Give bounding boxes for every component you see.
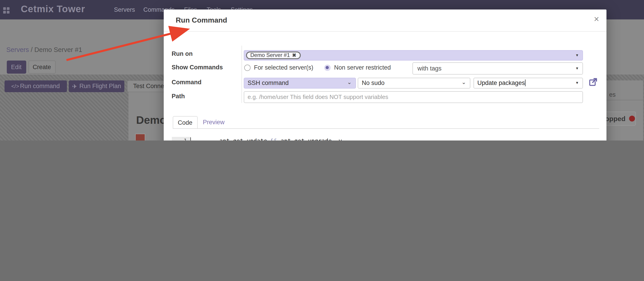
tab-code[interactable]: Code	[172, 116, 198, 128]
code-cursor	[190, 137, 191, 140]
external-link-icon[interactable]	[588, 77, 597, 87]
chevron-down-icon: ⌄	[347, 79, 355, 85]
modal-title: Run Command	[176, 16, 227, 24]
sudo-select[interactable]: No sudo ⌄	[358, 78, 470, 88]
apps-grid-icon[interactable]	[3, 7, 10, 13]
nav-item-servers[interactable]: Servers	[114, 6, 135, 13]
caret-down-icon[interactable]: ▼	[575, 53, 582, 57]
show-commands-radios: For selected server(s) Non server restri…	[244, 64, 391, 71]
breadcrumb: Servers / Demo Server #1	[6, 46, 82, 53]
run-on-label: Run on	[172, 50, 193, 57]
run-on-tags-field[interactable]: Demo Server #1 ✖ ▼	[244, 50, 583, 60]
command-autocomplete-input[interactable]: Update packages ▼	[473, 78, 583, 88]
status-stopped-dot-icon	[629, 116, 635, 122]
caret-down-icon: ▼	[575, 81, 582, 85]
code-tag-icon: </>	[11, 83, 19, 89]
close-icon[interactable]: ×	[591, 13, 602, 24]
modal-header-divider	[164, 31, 606, 31]
breadcrumb-servers-link[interactable]: Servers	[6, 46, 29, 53]
create-button[interactable]: Create	[28, 60, 56, 73]
path-label: Path	[172, 93, 185, 100]
tab-preview[interactable]: Preview	[202, 116, 226, 128]
radio-non-server-restricted-label[interactable]: Non server restricted	[334, 64, 391, 71]
path-placeholder: e.g. /home/user This field does NOT supp…	[248, 93, 388, 100]
line-number: 1	[172, 137, 190, 140]
run-flight-plan-button[interactable]: ✈ Run Flight Plan	[69, 80, 124, 92]
breadcrumb-current: / Demo Server #1	[31, 46, 82, 53]
chip-remove-icon[interactable]: ✖	[292, 52, 296, 58]
run-command-modal: Run Command × Run on Show Commands Comma…	[164, 9, 606, 140]
edit-button[interactable]: Edit	[6, 60, 26, 73]
text-cursor	[525, 80, 526, 86]
server-page-title: Demo	[136, 114, 166, 126]
caret-down-icon: ▼	[575, 66, 582, 70]
show-commands-label: Show Commands	[172, 64, 223, 71]
radio-non-server-restricted[interactable]	[324, 64, 330, 71]
chevron-down-icon: ⌄	[462, 79, 470, 85]
button-box-border	[606, 100, 644, 100]
smart-button-fragment[interactable]: es	[609, 91, 616, 98]
path-input[interactable]: e.g. /home/user This field does NOT supp…	[244, 91, 583, 103]
with-tags-select[interactable]: with tags ▼	[412, 62, 583, 74]
run-command-button[interactable]: </> Run command	[4, 80, 67, 92]
code-editor[interactable]: 1 apt-get update && apt-get upgrade -y	[172, 137, 342, 140]
server-chip[interactable]: Demo Server #1 ✖	[246, 51, 301, 59]
radio-for-selected-servers-label[interactable]: For selected server(s)	[254, 64, 314, 71]
plane-icon: ✈	[72, 82, 77, 90]
server-color-swatch[interactable]	[135, 134, 145, 140]
modal-tab-line	[172, 128, 599, 129]
command-label: Command	[172, 79, 202, 85]
command-type-select[interactable]: SSH command ⌄	[244, 78, 356, 88]
app-title[interactable]: Cetmix Tower	[21, 3, 85, 14]
radio-for-selected-servers[interactable]	[244, 64, 250, 71]
form-column-rule	[241, 46, 242, 103]
app-screen: Cetmix Tower Servers Commands Files Tool…	[0, 0, 644, 140]
